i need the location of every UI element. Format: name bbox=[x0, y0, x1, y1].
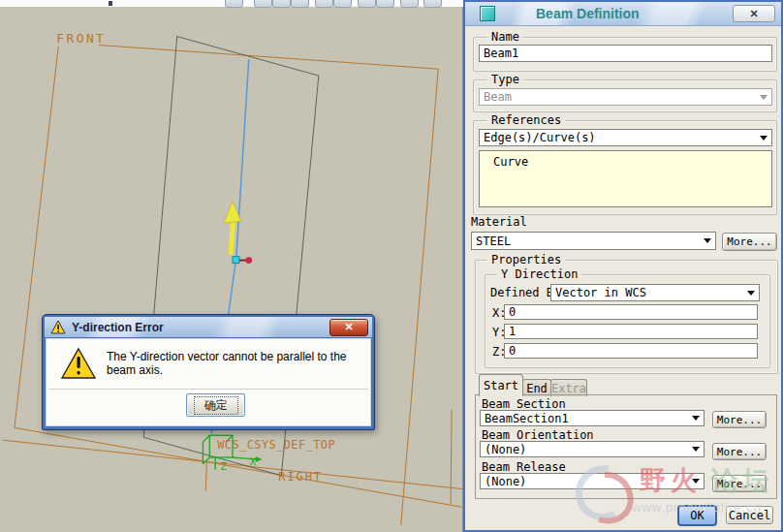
defined-by-select[interactable]: Vector in WCS bbox=[550, 284, 760, 301]
vector-z-input[interactable]: 0 bbox=[504, 343, 758, 359]
wireframe-graphics: X Z FRONT WCS_CSYS_DEF_TOP RIGHT bbox=[0, 7, 463, 532]
right-plane-label: RIGHT bbox=[278, 470, 322, 484]
beam-dialog-titlebar[interactable]: Beam Definition ✕ bbox=[465, 2, 781, 26]
toolbar-button-partial[interactable] bbox=[376, 0, 394, 8]
toolbar-button-partial[interactable] bbox=[254, 0, 272, 8]
references-list[interactable]: Curve bbox=[479, 150, 772, 207]
error-message: The Y-direction vector cannot be paralle… bbox=[107, 350, 370, 377]
error-dialog-title: Y-direction Error bbox=[72, 321, 164, 334]
error-dialog: Y-direction Error ✕ The Y-direction vect… bbox=[42, 314, 375, 430]
toolbar-button-partial[interactable] bbox=[315, 0, 333, 8]
toolbar-button-partial[interactable] bbox=[358, 0, 376, 8]
toolbar-button-partial[interactable] bbox=[291, 0, 309, 8]
vector-x-input[interactable]: 0 bbox=[504, 304, 758, 320]
toolbar-button-partial[interactable] bbox=[272, 0, 291, 8]
material-select[interactable]: STEEL bbox=[471, 232, 716, 250]
toolbar-button-partial[interactable] bbox=[333, 0, 352, 8]
error-dialog-divider bbox=[48, 389, 368, 392]
type-select-value: Beam bbox=[484, 90, 512, 104]
references-select[interactable]: Edge(s)/Curve(s) bbox=[479, 129, 772, 146]
error-dialog-body: The Y-direction vector cannot be paralle… bbox=[46, 338, 371, 426]
warning-icon-large bbox=[60, 347, 97, 381]
name-input[interactable]: Beam1 bbox=[479, 45, 772, 62]
material-select-value: STEEL bbox=[476, 235, 511, 248]
beam-dialog-title: Beam Definition bbox=[536, 6, 640, 21]
error-confirm-button[interactable]: 确定 bbox=[186, 393, 245, 417]
application-window: X Z FRONT WCS_CSYS_DEF_TOP RIGHT Y bbox=[0, 0, 783, 532]
defined-by-select-value: Vector in WCS bbox=[555, 286, 646, 299]
ok-button[interactable]: OK bbox=[677, 505, 717, 526]
toolbar-button-partial[interactable] bbox=[400, 0, 419, 8]
cad-viewport[interactable]: X Z FRONT WCS_CSYS_DEF_TOP RIGHT bbox=[0, 7, 463, 532]
error-confirm-label: 确定 bbox=[194, 396, 238, 415]
references-select-value: Edge(s)/Curve(s) bbox=[484, 131, 596, 144]
axis-x-label: X bbox=[250, 455, 257, 468]
tab-content-panel bbox=[475, 394, 777, 499]
cancel-button[interactable]: Cancel bbox=[726, 506, 773, 524]
y-direction-group-label: Y Direction bbox=[497, 267, 581, 281]
curve-point-handle[interactable] bbox=[233, 257, 239, 264]
toolbar-glyph bbox=[109, 1, 112, 6]
drag-dot-handle[interactable] bbox=[245, 257, 252, 264]
chevron-down-icon bbox=[760, 95, 767, 104]
chevron-down-icon bbox=[704, 238, 711, 247]
csys-label: WCS_CSYS_DEF_TOP bbox=[217, 438, 335, 452]
axis-z-label: Z bbox=[220, 460, 227, 473]
toolbar-strip-partial bbox=[0, 0, 463, 7]
material-more-button[interactable]: More... bbox=[722, 233, 777, 251]
references-list-item[interactable]: Curve bbox=[480, 151, 771, 169]
toolbar-button-partial[interactable] bbox=[225, 0, 243, 8]
warning-icon bbox=[50, 320, 66, 334]
references-group-label: References bbox=[487, 113, 565, 127]
beam-dialog-icon bbox=[480, 6, 495, 21]
chevron-down-icon bbox=[760, 136, 767, 144]
type-group-label: Type bbox=[487, 73, 523, 86]
error-dialog-titlebar[interactable]: Y-direction Error ✕ bbox=[45, 317, 372, 337]
error-close-button[interactable]: ✕ bbox=[329, 319, 368, 336]
tab-start[interactable]: Start bbox=[479, 374, 523, 396]
material-label: Material bbox=[471, 215, 527, 229]
properties-group-label: Properties bbox=[487, 253, 565, 266]
name-group-label: Name bbox=[487, 30, 523, 44]
type-select[interactable]: Beam bbox=[479, 88, 772, 106]
front-plane-label: FRONT bbox=[56, 31, 106, 46]
chevron-down-icon bbox=[747, 291, 755, 299]
toolbar-button-partial[interactable] bbox=[423, 0, 442, 8]
beam-definition-dialog: Beam Definition ✕ Name Beam1 Type Beam R… bbox=[463, 0, 783, 532]
vector-y-input[interactable]: 1 bbox=[504, 324, 758, 339]
beam-dialog-close-button[interactable]: ✕ bbox=[733, 5, 775, 22]
